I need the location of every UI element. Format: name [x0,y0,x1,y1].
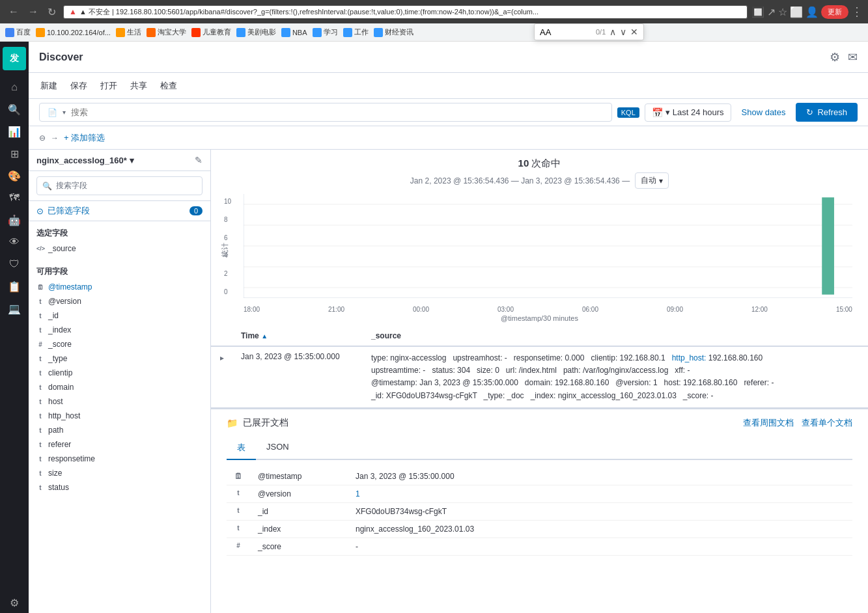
update-button[interactable]: 更新 [821,5,848,19]
sidebar-icon-maps[interactable]: 🗺 [3,187,26,208]
table-header-row: Time ▲ _source [211,326,868,346]
doc-tab-json[interactable]: JSON [256,437,300,460]
table-area: Time ▲ _source ▸ Jan 3, 2 [211,326,868,613]
field-search-placeholder: 搜索字段 [56,180,87,191]
settings-icon[interactable]: ⚙ [830,50,840,64]
menu-icon[interactable]: ⋮ [851,5,863,19]
doc-value-version[interactable]: 1 [348,485,852,502]
taobao-icon [147,28,156,37]
sidebar-icon-observability[interactable]: 👁 [3,232,26,252]
expand-icon[interactable]: ▾ [63,109,66,116]
field-item-httphost[interactable]: t http_host [29,409,210,423]
src-responsetime-val: 0.000 [565,353,585,362]
doc-tab-table[interactable]: 表 [227,437,256,460]
field-item-size[interactable]: t size [29,466,210,480]
index-name[interactable]: nginx_accesslog_160* ▾ [36,156,134,165]
menu-inspect[interactable]: 检查 [159,77,178,94]
sidebar-icon-visualize[interactable]: 📊 [3,121,26,142]
doc-value-id: XFG0doUB734wsg-cFgkT [348,502,852,520]
show-dates-button[interactable]: Show dates [736,104,791,120]
surrounding-docs-link[interactable]: 查看周围文档 [743,417,794,429]
field-name-version: @version [48,297,81,306]
bookmark-finance[interactable]: 财经资讯 [374,27,413,37]
refresh-button[interactable]: ↻ Refresh [796,103,858,122]
menu-open[interactable]: 打开 [99,77,119,94]
auto-interval-selector[interactable]: 自动 ▾ [635,172,669,189]
bookmark-life[interactable]: 生活 [116,27,141,37]
sidebar-icon-stack[interactable]: 📋 [3,276,26,297]
bookmark-icon[interactable]: ☆ [778,6,787,18]
field-item-timestamp[interactable]: 🗓 @timestamp [29,280,210,294]
add-filter-button[interactable]: + 添加筛选 [64,132,105,144]
field-item-version[interactable]: t @version [29,294,210,308]
browser-search-prev[interactable]: ∧ [609,27,616,37]
kql-badge[interactable]: KQL [617,107,639,118]
bookmark-study[interactable]: 学习 [313,27,338,37]
sidebar-icon-dashboard[interactable]: ⊞ [3,143,26,164]
sidebar-icon-settings[interactable]: ⚙ [3,592,26,613]
extensions-icon[interactable]: 🔲 [751,6,764,18]
sidebar-icon-home[interactable]: ⌂ [3,77,26,98]
account-icon[interactable]: 👤 [805,6,819,18]
expanded-title: 📁 已展开文档 [227,417,288,429]
sidebar-icon-dev[interactable]: 💻 [3,298,26,319]
sidebar-icon-ml[interactable]: 🤖 [3,210,26,230]
left-panel: nginx_accesslog_160* ▾ ✎ 🔍 搜索字段 ⊙ [29,150,211,613]
bookmark-nba[interactable]: NBA [281,28,307,37]
filter-icon[interactable]: ⊖ [39,133,46,143]
menu-save[interactable]: 保存 [69,77,89,94]
menu-share[interactable]: 共享 [129,77,148,94]
share-icon[interactable]: ↗ [767,6,776,18]
browser-search-close[interactable]: ✕ [630,27,638,37]
search-input[interactable] [71,107,604,117]
field-item-score[interactable]: # _score [29,337,210,351]
mail-icon[interactable]: ✉ [848,50,858,64]
sidebar-icon-canvas[interactable]: 🎨 [3,165,26,186]
field-type-timestamp: 🗓 [36,284,44,291]
life-icon [116,28,125,37]
src-status-key: status: [432,366,457,375]
field-item-clientip[interactable]: t clientip [29,366,210,380]
sidebar-icon-security[interactable]: 🛡 [3,254,26,275]
address-bar[interactable]: ▲ ▲ 不安全 | 192.168.80.100:5601/app/kibana… [63,5,748,19]
filtered-count-badge: 0 [189,206,203,215]
field-name-path: path [48,426,63,435]
field-item-status[interactable]: t status [29,480,210,495]
filter-expand-icon[interactable]: → [51,133,59,143]
forward-button[interactable]: → [25,5,42,19]
auto-dropdown-icon: ▾ [659,176,663,185]
filtered-section[interactable]: ⊙ 已筛选字段 0 [29,201,210,221]
back-button[interactable]: ← [5,5,22,19]
field-item-path[interactable]: t path [29,423,210,437]
doc-row-index: t _index nginx_accesslog_160_2023.01.03 [227,520,852,538]
row-expand-button[interactable]: ▸ [219,352,225,364]
browser-search-next[interactable]: ∨ [620,27,626,37]
single-doc-link[interactable]: 查看单个文档 [802,417,852,429]
reload-button[interactable]: ↻ [44,5,59,20]
field-item-domain[interactable]: t domain [29,380,210,394]
index-settings-icon[interactable]: ✎ [195,155,203,165]
field-item-id[interactable]: t _id [29,308,210,323]
bookmark-children[interactable]: 儿童教育 [191,27,231,37]
field-item-referer[interactable]: t referer [29,437,210,452]
view-icon[interactable]: ⬜ [790,6,803,18]
field-item-type[interactable]: t _type [29,351,210,366]
field-search-container: 🔍 搜索字段 [36,176,203,195]
browser-search-input[interactable]: AA [540,27,592,37]
field-item-index[interactable]: t _index [29,323,210,337]
src-domain-val: 192.168.80.160 [555,378,609,387]
chart-bar-last[interactable] [822,197,834,294]
menu-new[interactable]: 新建 [39,77,59,94]
field-item-source[interactable]: </> _source [29,241,210,256]
bookmark-baidu[interactable]: 百度 [5,27,31,37]
bookmark-ip[interactable]: 10.100.202.164/of... [36,28,111,37]
field-item-host[interactable]: t host [29,394,210,409]
bookmark-movies[interactable]: 美剧电影 [236,27,276,37]
sidebar-icon-discover[interactable]: 🔍 [3,99,26,120]
bookmark-taobao[interactable]: 淘宝大学 [147,27,186,37]
field-item-responsetime[interactable]: t responsetime [29,452,210,466]
bookmark-work[interactable]: 工作 [343,27,369,37]
time-filter[interactable]: 📅 ▾ Last 24 hours [645,103,731,122]
th-time[interactable]: Time ▲ [233,326,363,346]
field-name-id: _id [48,311,59,320]
